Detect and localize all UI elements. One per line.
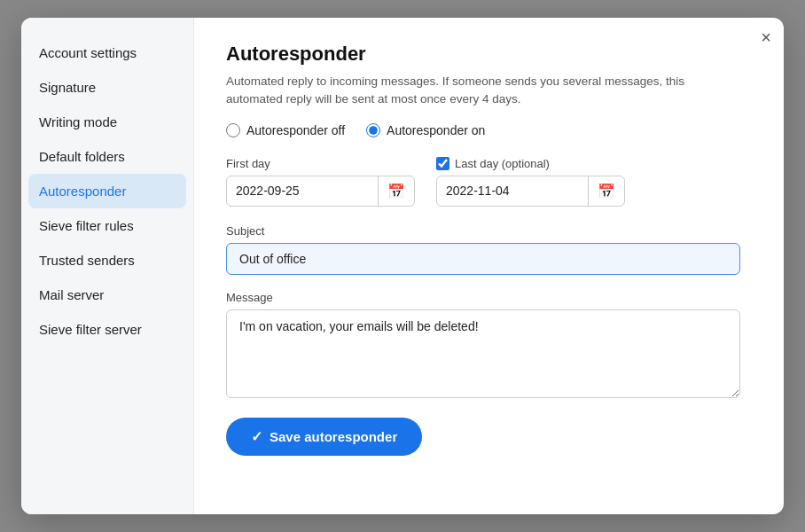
sidebar-item-mail-server[interactable]: Mail server: [21, 278, 193, 312]
close-button[interactable]: ×: [761, 28, 771, 46]
page-description: Automated reply to incoming messages. If…: [226, 73, 740, 109]
date-row: First day 📅 Last day (optional): [226, 157, 752, 207]
first-day-input[interactable]: [227, 176, 378, 205]
save-autoresponder-button[interactable]: ✓ Save autoresponder: [226, 418, 422, 456]
sidebar-item-signature[interactable]: Signature: [21, 70, 193, 105]
first-day-calendar-button[interactable]: 📅: [378, 176, 414, 206]
sidebar-item-sieve-filter-server[interactable]: Sieve filter server: [21, 312, 193, 347]
last-day-label-text: Last day (optional): [455, 157, 550, 170]
sidebar-item-writing-mode[interactable]: Writing mode: [21, 105, 193, 139]
autoresponder-on-label[interactable]: Autoresponder on: [366, 123, 485, 137]
autoresponder-toggle-group: Autoresponder off Autoresponder on: [226, 123, 752, 137]
subject-label: Subject: [226, 224, 752, 238]
sidebar-item-sieve-filter-rules[interactable]: Sieve filter rules: [21, 208, 193, 243]
last-day-label-row: Last day (optional): [436, 157, 625, 170]
checkmark-icon: ✓: [251, 428, 262, 445]
last-day-checkbox[interactable]: [436, 157, 449, 170]
sidebar-item-trusted-senders[interactable]: Trusted senders: [21, 243, 193, 278]
sidebar-item-account-settings[interactable]: Account settings: [21, 35, 193, 70]
last-day-input-wrap: 📅: [436, 176, 625, 207]
calendar-icon: 📅: [387, 184, 405, 199]
message-textarea[interactable]: I'm on vacation, your emails will be del…: [226, 309, 740, 398]
first-day-group: First day 📅: [226, 157, 415, 207]
subject-input[interactable]: [226, 243, 740, 275]
autoresponder-off-text: Autoresponder off: [246, 123, 345, 137]
message-label: Message: [226, 291, 752, 304]
autoresponder-on-radio[interactable]: [366, 123, 380, 137]
message-group: Message I'm on vacation, your emails wil…: [226, 291, 752, 398]
sidebar: Account settings Signature Writing mode …: [21, 18, 194, 514]
sidebar-item-default-folders[interactable]: Default folders: [21, 139, 193, 174]
last-day-input[interactable]: [437, 176, 588, 205]
page-title: Autoresponder: [226, 43, 752, 66]
last-day-checkbox-label[interactable]: Last day (optional): [436, 157, 550, 170]
calendar-icon-2: 📅: [598, 184, 615, 199]
sidebar-item-autoresponder[interactable]: Autoresponder: [28, 174, 186, 208]
autoresponder-off-radio[interactable]: [226, 123, 240, 137]
autoresponder-on-text: Autoresponder on: [387, 123, 485, 137]
last-day-calendar-button[interactable]: 📅: [588, 176, 624, 206]
autoresponder-off-label[interactable]: Autoresponder off: [226, 123, 345, 137]
modal: × Account settings Signature Writing mod…: [21, 18, 784, 514]
first-day-input-wrap: 📅: [226, 176, 415, 207]
last-day-group: Last day (optional) 📅: [436, 157, 625, 207]
first-day-label: First day: [226, 157, 415, 170]
save-button-label: Save autoresponder: [270, 429, 397, 444]
main-content: Autoresponder Automated reply to incomin…: [194, 18, 784, 514]
subject-group: Subject: [226, 224, 752, 275]
